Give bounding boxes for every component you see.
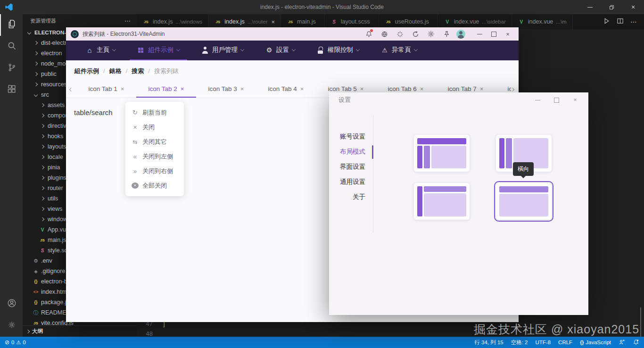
app-nav-bar: 主頁 組件示例 用戶管理 設置 權限控制	[66, 41, 519, 60]
layout-option-card[interactable]	[414, 183, 470, 220]
breadcrumb-item[interactable]: 搜索列錶	[154, 67, 179, 75]
app-minimize-icon[interactable]	[472, 29, 487, 39]
context-menu-label: 关闭	[142, 123, 155, 132]
user-avatar[interactable]	[456, 30, 465, 39]
app-tab-close-icon[interactable]: ×	[300, 85, 304, 92]
dialog-maximize-icon[interactable]	[550, 95, 563, 105]
context-menu-item[interactable]: 关闭到右侧	[125, 164, 184, 178]
app-tab[interactable]: icon Tab 4 ×	[256, 81, 316, 98]
app-close-icon[interactable]: ×	[501, 29, 515, 39]
titlebar-icon[interactable]	[363, 29, 374, 39]
app-tab-close-icon[interactable]: ×	[240, 85, 244, 92]
file-icon	[39, 197, 46, 200]
settings-menu-item[interactable]: 关于	[339, 190, 365, 205]
titlebar-icon[interactable]	[441, 29, 452, 39]
menu-divider	[373, 115, 373, 233]
context-menu-item[interactable]: 全部关闭	[125, 178, 184, 193]
indentation[interactable]: 空格: 2	[511, 339, 528, 346]
breadcrumb-item[interactable]: 組件示例	[74, 67, 109, 75]
file-name: hooks	[48, 133, 63, 140]
activity-bar-icon[interactable]	[0, 58, 23, 79]
breadcrumb-item[interactable]: 錶格	[109, 67, 132, 75]
app-maximize-icon[interactable]	[487, 29, 501, 39]
layout-preview-sidebar	[417, 186, 422, 216]
app-tab-close-icon[interactable]: ×	[181, 85, 184, 92]
file-name: resources	[41, 81, 67, 88]
context-menu-item[interactable]: 关闭其它	[125, 134, 184, 149]
editor-actions: ⋯	[596, 14, 644, 29]
nav-item[interactable]: 權限控制	[309, 41, 367, 60]
file-type-icon	[385, 20, 392, 24]
settings-menu-item[interactable]: 通用设置	[339, 174, 365, 190]
nav-item[interactable]: 設置	[258, 41, 303, 60]
tab-path-hint: ...\router	[248, 19, 268, 25]
layout-preview-main	[431, 146, 466, 168]
notifications-icon[interactable]	[633, 339, 639, 346]
layout-option-card[interactable]	[496, 183, 552, 220]
minimize-icon[interactable]	[579, 0, 601, 14]
eol-sequence[interactable]: CRLF	[558, 340, 572, 345]
context-menu-icon	[132, 139, 139, 145]
app-tab-close-icon[interactable]: ×	[480, 85, 484, 92]
tab-scroll-left-icon[interactable]	[66, 81, 76, 98]
activity-icon	[8, 321, 16, 331]
activity-bar-icon[interactable]	[0, 36, 23, 58]
context-menu-item[interactable]: 关闭到左侧	[125, 149, 184, 164]
nav-item[interactable]: 主頁	[78, 41, 123, 60]
status-right: 行 34, 列 15 空格: 2 UTF-8 CRLF {} JavaScrip…	[474, 339, 639, 346]
language-mode[interactable]: {} JavaScript	[580, 340, 611, 345]
nav-item[interactable]: 异常頁	[373, 41, 425, 60]
feedback-icon[interactable]	[619, 339, 625, 346]
titlebar-icon[interactable]	[394, 29, 405, 39]
encoding[interactable]: UTF-8	[536, 340, 551, 345]
editor-tab[interactable]: index.vue ...\m	[512, 14, 573, 29]
breadcrumb-item[interactable]: 搜索	[132, 67, 154, 75]
cursor-position[interactable]: 行 34, 列 15	[474, 339, 503, 346]
nav-item[interactable]: 組件示例	[130, 41, 187, 60]
app-tab[interactable]: icon Tab 1 ×	[76, 81, 136, 98]
app-tab-close-icon[interactable]: ×	[121, 85, 124, 92]
run-icon[interactable]	[603, 17, 610, 26]
settings-menu-item[interactable]: 布局模式	[339, 144, 365, 159]
nav-label: 設置	[276, 46, 289, 54]
file-icon	[32, 300, 40, 305]
editor-scrollbar[interactable]	[640, 307, 641, 337]
settings-menu-item[interactable]: 界面设置	[339, 159, 365, 174]
file-icon	[39, 114, 46, 117]
titlebar-icon[interactable]	[379, 29, 390, 39]
explorer-header: 资源管理器 ⋯	[23, 14, 137, 27]
app-tab-close-icon[interactable]: ×	[360, 85, 364, 92]
restore-icon[interactable]	[601, 0, 622, 14]
app-tab-close-icon[interactable]: ×	[420, 85, 424, 92]
nav-item[interactable]: 用戶管理	[194, 41, 251, 60]
tab-close-icon[interactable]: ×	[272, 18, 275, 25]
problems-status[interactable]: 0 0	[5, 339, 26, 346]
outline-section[interactable]: 大纲	[23, 325, 137, 337]
more-actions-icon[interactable]: ⋯	[630, 18, 637, 25]
layout-preview-topbar	[424, 186, 466, 192]
file-name: locale	[48, 154, 63, 160]
titlebar-icon[interactable]	[425, 29, 437, 39]
app-tab[interactable]: icon Tab 2 ×	[136, 81, 196, 98]
context-menu-item[interactable]: 关闭	[125, 120, 184, 134]
app-tab[interactable]: icon Tab 3 ×	[196, 81, 256, 98]
settings-menu-item[interactable]: 账号设置	[339, 129, 365, 144]
activity-bar-icon[interactable]	[0, 14, 23, 36]
dialog-minimize-icon[interactable]	[531, 95, 544, 105]
chevron-down-icon	[413, 47, 417, 51]
context-menu-label: 关闭到右侧	[142, 167, 173, 175]
explorer-more-icon[interactable]: ⋯	[124, 17, 131, 25]
context-menu-item[interactable]: 刷新当前	[125, 105, 184, 120]
nav-icon	[201, 47, 209, 54]
activity-bar-icon[interactable]	[0, 79, 23, 101]
dialog-close-icon[interactable]: ×	[569, 95, 582, 105]
split-editor-icon[interactable]	[617, 17, 624, 26]
file-icon	[39, 176, 46, 179]
close-icon[interactable]: ×	[622, 0, 644, 14]
tab-filename: layout.scss	[341, 18, 370, 25]
activity-bar-bottom-icon[interactable]	[0, 293, 23, 315]
layout-option-card[interactable]	[414, 135, 470, 172]
layout-preview-header	[417, 138, 466, 144]
activity-bar-bottom-icon[interactable]	[0, 315, 23, 337]
titlebar-icon[interactable]	[410, 29, 421, 39]
